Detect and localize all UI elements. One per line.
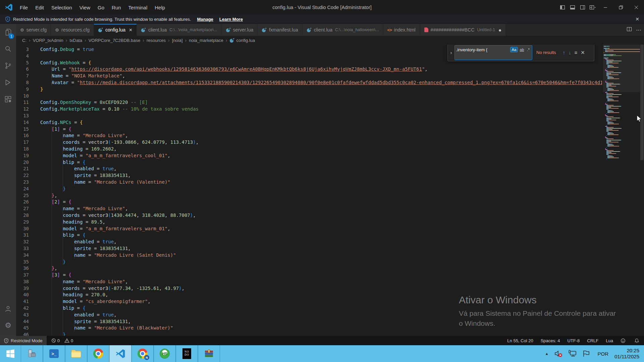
- find-replace-toggle-icon[interactable]: ›: [448, 45, 454, 61]
- status-spaces[interactable]: Spaces: 4: [541, 338, 560, 343]
- taskbar-button-powershell[interactable]: >_: [43, 345, 65, 362]
- settings-gear-icon[interactable]: ⚙: [0, 317, 16, 334]
- tab-fxmanifest.lua[interactable]: fxmanifest.lua: [258, 24, 302, 36]
- tray-chevron-up-icon[interactable]: ▲: [545, 352, 549, 356]
- restore-button[interactable]: [613, 0, 629, 15]
- regex-toggle[interactable]: .*: [526, 47, 531, 52]
- tab-client.lua[interactable]: client.luaC:\...\noia_marketplace\...: [137, 24, 222, 36]
- breadcrumb-item[interactable]: resources: [147, 38, 166, 43]
- tab-close-icon[interactable]: ✕: [129, 27, 132, 33]
- restricted-mode-status[interactable]: Restricted Mode: [0, 336, 47, 345]
- code-token: ,: [102, 219, 105, 225]
- taskbar-button-winrar[interactable]: [198, 345, 220, 362]
- customize-layout-icon[interactable]: [588, 0, 598, 15]
- match-case-toggle[interactable]: Aa: [510, 47, 518, 52]
- breadcrumb-item[interactable]: VORPCore_7C2BDB.base: [89, 38, 141, 43]
- learn-more-link[interactable]: Learn More: [219, 17, 243, 22]
- tab-index.html[interactable]: <>index.html: [383, 24, 420, 36]
- breadcrumb-item[interactable]: txData: [69, 38, 82, 43]
- toggle-panel-icon[interactable]: [568, 0, 578, 15]
- menu-help[interactable]: Help: [151, 0, 169, 15]
- minimap-mark: [604, 89, 607, 90]
- menu-go[interactable]: Go: [94, 0, 108, 15]
- taskbar-button-chrome-profile-n[interactable]: N: [131, 345, 154, 362]
- breadcrumb-item[interactable]: noia_marketplace: [189, 38, 223, 43]
- network-icon[interactable]: [568, 350, 577, 358]
- taskbar-button-vscode[interactable]: [109, 345, 131, 362]
- tab-label: client.lua: [314, 27, 332, 33]
- editor-scrollbar[interactable]: [640, 45, 644, 336]
- sidebar-item-explorer[interactable]: 1: [0, 24, 16, 41]
- url-link[interactable]: https://discordapp.com/api/webhooks/1295…: [71, 66, 422, 72]
- close-window-button[interactable]: [629, 0, 644, 15]
- tab--bcc[interactable]: #############BCCUntitled-1●: [420, 24, 506, 36]
- scrollbar-thumb[interactable]: [640, 45, 644, 160]
- volume-muted-icon[interactable]: [554, 350, 563, 358]
- code-token: =: [74, 160, 83, 165]
- code-line: heading = 169.2602,: [40, 146, 602, 153]
- breadcrumb-item[interactable]: config.lua: [229, 38, 255, 43]
- editor[interactable]: 3456789101112131415161718192021222324252…: [16, 45, 644, 336]
- minimap-mark: [604, 80, 606, 80]
- find-previous-icon[interactable]: ↑: [563, 50, 566, 55]
- taskbar-button-file-explorer[interactable]: [65, 345, 87, 362]
- more-actions-icon[interactable]: ⋯: [636, 27, 641, 33]
- tab-config.lua[interactable]: config.lua✕: [94, 24, 137, 36]
- toggle-secondary-sidebar-icon[interactable]: [578, 0, 588, 15]
- tab-dirty-indicator[interactable]: ●: [498, 27, 501, 33]
- minimap-mark: [606, 119, 609, 119]
- sidebar-item-run-debug[interactable]: [0, 74, 16, 91]
- status-utf-8[interactable]: UTF-8: [568, 338, 580, 343]
- whole-word-toggle[interactable]: ab: [519, 47, 525, 52]
- language-indicator[interactable]: POR: [598, 351, 609, 357]
- toggle-primary-sidebar-icon[interactable]: [557, 0, 568, 15]
- accounts-icon[interactable]: [0, 300, 16, 317]
- code-token: ,: [131, 286, 137, 291]
- split-editor-icon[interactable]: [627, 26, 632, 33]
- status-ln[interactable]: Ln 55, Col 20: [507, 338, 533, 343]
- menu-selection[interactable]: Selection: [48, 0, 76, 15]
- url-link[interactable]: https://media.discordapp.net/attachments…: [80, 80, 602, 85]
- minimap-mark: [607, 156, 610, 156]
- minimize-button[interactable]: [598, 0, 613, 15]
- feedback-icon[interactable]: [621, 338, 627, 343]
- taskbar-button-nodo[interactable]: NODO: [176, 345, 198, 362]
- minimap-mark: [621, 61, 622, 61]
- banner-close-icon[interactable]: ✕: [635, 16, 639, 22]
- start-button[interactable]: [0, 345, 21, 362]
- tab-server.cfg[interactable]: ⚙server.cfg: [16, 24, 51, 36]
- minimap[interactable]: [603, 45, 640, 336]
- find-input[interactable]: .inventory-item { Aa ab .*: [454, 45, 532, 60]
- code-token: [: [52, 199, 54, 204]
- menu-run[interactable]: Run: [108, 0, 125, 15]
- tab-client.lua[interactable]: client.luaC:\...\noia_halloween\...: [303, 24, 383, 36]
- errors-indicator[interactable]: 0: [51, 338, 60, 343]
- menu-terminal[interactable]: Terminal: [125, 0, 151, 15]
- tab-server.lua[interactable]: server.lua: [222, 24, 258, 36]
- code-token: ,: [114, 312, 116, 317]
- status-lua[interactable]: Lua: [606, 338, 613, 343]
- sidebar-item-extensions[interactable]: [0, 91, 16, 108]
- warnings-indicator[interactable]: 0: [64, 338, 73, 343]
- notifications-bell-icon[interactable]: [634, 338, 641, 343]
- find-next-icon[interactable]: ↓: [569, 50, 571, 55]
- sidebar-item-source-control[interactable]: [0, 57, 16, 74]
- status-crlf[interactable]: CRLF: [587, 338, 598, 343]
- breadcrumb-item[interactable]: [noia]: [172, 38, 183, 43]
- find-in-selection-icon[interactable]: ≡: [575, 50, 578, 55]
- tab-resources.cfg[interactable]: ⚙resources.cfg: [51, 24, 94, 36]
- menu-file[interactable]: File: [16, 0, 32, 15]
- menu-view[interactable]: View: [76, 0, 94, 15]
- find-close-icon[interactable]: ✕: [581, 50, 585, 56]
- menu-edit[interactable]: Edit: [32, 0, 48, 15]
- breadcrumb-item[interactable]: C:: [22, 38, 26, 43]
- taskbar-button-server-manager[interactable]: [21, 345, 43, 362]
- taskbar-button-heidisql[interactable]: HS: [154, 345, 176, 362]
- sidebar-item-search[interactable]: [0, 41, 16, 57]
- clock[interactable]: 20:25 01/11/2025: [614, 348, 639, 360]
- action-center-flag-icon[interactable]: [582, 350, 590, 358]
- taskbar-button-chrome[interactable]: [87, 345, 109, 362]
- breadcrumb-item[interactable]: VORP_txAdmin: [33, 38, 63, 43]
- manage-link[interactable]: Manage: [197, 17, 213, 22]
- indent-guide: [52, 312, 52, 318]
